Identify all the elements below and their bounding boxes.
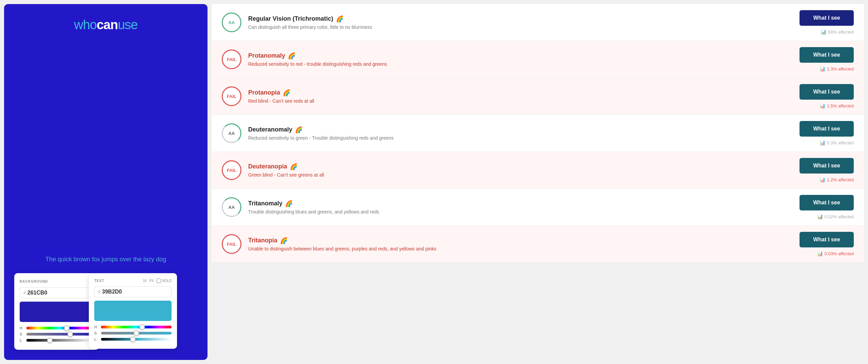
bg-s-label: S — [20, 332, 24, 336]
bar-icon-regular: 📊 — [821, 29, 826, 35]
vision-row-regular: AA Regular Vision (Trichromatic) 🌈 Can d… — [212, 4, 864, 41]
affected-deuteranopia: 📊 1.2% affected — [820, 177, 854, 182]
bar-icon-deuteranopia: 📊 — [820, 177, 825, 182]
text-swatch — [94, 301, 172, 321]
emoji-tritanomaly: 🌈 — [285, 200, 293, 207]
info-deuteranomaly: Deuteranomaly 🌈 Reduced sensitivity to g… — [248, 126, 793, 141]
right-tritanopia: What I see 📊 0.03% affected — [800, 232, 854, 256]
text-hue-thumb[interactable] — [139, 324, 145, 330]
name-tritanopia: Tritanopia 🌈 — [248, 237, 793, 244]
text-lum-row: L — [94, 337, 172, 341]
bg-h-label: H — [20, 326, 24, 330]
vision-row-protanopia: FAIL Protanopia 🌈 Red blind - Can't see … — [212, 78, 864, 115]
bg-hue-track[interactable] — [26, 327, 94, 329]
btn-regular[interactable]: What I see — [800, 10, 854, 26]
bg-swatch — [20, 302, 94, 322]
bg-hex-input[interactable] — [27, 290, 90, 296]
text-hash: # — [98, 289, 101, 295]
right-deuteranomaly: What I see 📊 5.3% affected — [800, 121, 854, 145]
desc-tritanomaly: Trouble distinguishing blues and greens,… — [248, 209, 793, 215]
desc-regular: Can distinguish all three primary color,… — [248, 24, 793, 30]
bar-icon-protanomaly: 📊 — [820, 66, 825, 72]
bg-lum-thumb[interactable] — [47, 338, 53, 343]
text-sat-track[interactable] — [101, 332, 172, 335]
text-hex-row[interactable]: # — [94, 286, 172, 297]
desc-protanomaly: Reduced sensitivity to red - trouble dis… — [248, 61, 793, 67]
btn-deuteranopia[interactable]: What I see — [800, 158, 854, 174]
vision-row-protanomaly: FAIL Protanomaly 🌈 Reduced sensitivity t… — [212, 41, 864, 78]
name-protanopia: Protanopia 🌈 — [248, 89, 793, 97]
bold-checkbox[interactable]: BOLD — [157, 279, 172, 283]
bg-lum-row: L — [20, 338, 94, 342]
info-tritanopia: Tritanopia 🌈 Unable to distinguish betwe… — [248, 237, 793, 251]
badge-tritanomaly: AA — [222, 197, 241, 217]
vision-row-deuteranomaly: AA Deuteranomaly 🌈 Reduced sensitivity t… — [212, 115, 864, 152]
vision-row-tritanomaly: AA Tritanomaly 🌈 Trouble distinguishing … — [212, 189, 864, 226]
bg-hue-thumb[interactable] — [64, 325, 70, 331]
text-label: TEXT — [94, 279, 104, 283]
text-hex-input[interactable] — [102, 289, 168, 295]
info-protanopia: Protanopia 🌈 Red blind - Can't see reds … — [248, 89, 793, 104]
left-panel: whocanuse The quick brown fox jumps over… — [4, 4, 208, 360]
name-protanomaly: Protanomaly 🌈 — [248, 52, 793, 60]
bar-icon-deuteranomaly: 📊 — [820, 140, 825, 145]
affected-protanomaly: 📊 1.3% affected — [820, 66, 854, 72]
info-protanomaly: Protanomaly 🌈 Reduced sensitivity to red… — [248, 52, 793, 67]
background-card: BACKGROUND ⇄ # H S L — [14, 273, 99, 350]
text-card: TEXT 16 PX BOLD # H — [89, 273, 177, 349]
right-protanomaly: What I see 📊 1.3% affected — [800, 47, 854, 72]
affected-tritanopia: 📊 0.03% affected — [817, 251, 854, 256]
bg-lum-track[interactable] — [26, 339, 94, 342]
bg-label: BACKGROUND — [20, 280, 48, 283]
text-card-actions: 16 PX BOLD — [143, 279, 172, 283]
btn-deuteranomaly[interactable]: What I see — [800, 121, 854, 137]
name-deuteranomaly: Deuteranomaly 🌈 — [248, 126, 793, 134]
bg-sat-thumb[interactable] — [67, 331, 73, 337]
bg-hash: # — [23, 290, 26, 296]
btn-tritanomaly[interactable]: What I see — [800, 195, 854, 210]
right-protanopia: What I see 📊 1.5% affected — [800, 84, 854, 108]
btn-protanomaly[interactable]: What I see — [800, 47, 854, 63]
desc-protanopia: Red blind - Can't see reds at all — [248, 98, 793, 104]
text-lum-thumb[interactable] — [130, 337, 136, 342]
desc-tritanopia: Unable to distinguish between blues and … — [248, 246, 793, 251]
bar-icon-protanopia: 📊 — [820, 103, 825, 108]
text-sat-thumb[interactable] — [134, 330, 139, 336]
text-h-label: H — [94, 325, 98, 329]
affected-regular: 📊 68% affected — [821, 29, 854, 35]
vision-row-tritanopia: FAIL Tritanopia 🌈 Unable to distinguish … — [212, 226, 864, 263]
px-label: PX — [149, 279, 154, 283]
bar-icon-tritanomaly: 📊 — [817, 214, 823, 219]
preview-text: The quick brown fox jumps over the lazy … — [45, 256, 166, 263]
bg-sat-row: S — [20, 332, 94, 336]
right-deuteranopia: What I see 📊 1.2% affected — [800, 158, 854, 182]
color-panels: BACKGROUND ⇄ # H S L — [14, 273, 197, 350]
font-size[interactable]: 16 — [143, 279, 146, 283]
btn-protanopia[interactable]: What I see — [800, 84, 854, 100]
emoji-deuteranomaly: 🌈 — [295, 126, 302, 134]
btn-tritanopia[interactable]: What I see — [800, 232, 854, 247]
affected-protanopia: 📊 1.5% affected — [820, 103, 854, 108]
text-lum-track[interactable] — [101, 338, 172, 341]
bar-icon-tritanopia: 📊 — [817, 251, 823, 256]
text-sat-row: S — [94, 331, 172, 335]
desc-deuteranopia: Green blind - Can't see greens at all — [248, 172, 793, 178]
affected-deuteranomaly: 📊 5.3% affected — [820, 140, 854, 145]
vision-row-deuteranopia: FAIL Deuteranopia 🌈 Green blind - Can't … — [212, 152, 864, 189]
badge-deuteranopia: FAIL — [222, 160, 241, 180]
name-tritanomaly: Tritanomaly 🌈 — [248, 200, 793, 207]
bg-sat-track[interactable] — [26, 333, 94, 336]
name-deuteranopia: Deuteranopia 🌈 — [248, 163, 793, 170]
badge-protanopia: FAIL — [222, 86, 241, 106]
badge-deuteranomaly: AA — [222, 123, 241, 143]
logo: whocanuse — [74, 18, 137, 32]
info-regular: Regular Vision (Trichromatic) 🌈 Can dist… — [248, 15, 793, 30]
text-hue-track[interactable] — [101, 326, 172, 328]
bg-hue-row: H — [20, 326, 94, 330]
bg-hex-row[interactable]: # — [20, 287, 94, 298]
emoji-deuteranopia: 🌈 — [290, 163, 297, 170]
right-panel: AA Regular Vision (Trichromatic) 🌈 Can d… — [212, 0, 868, 364]
desc-deuteranomaly: Reduced sensitivity to green - Trouble d… — [248, 135, 793, 141]
bold-check[interactable] — [157, 279, 161, 283]
bold-label: BOLD — [162, 279, 172, 283]
